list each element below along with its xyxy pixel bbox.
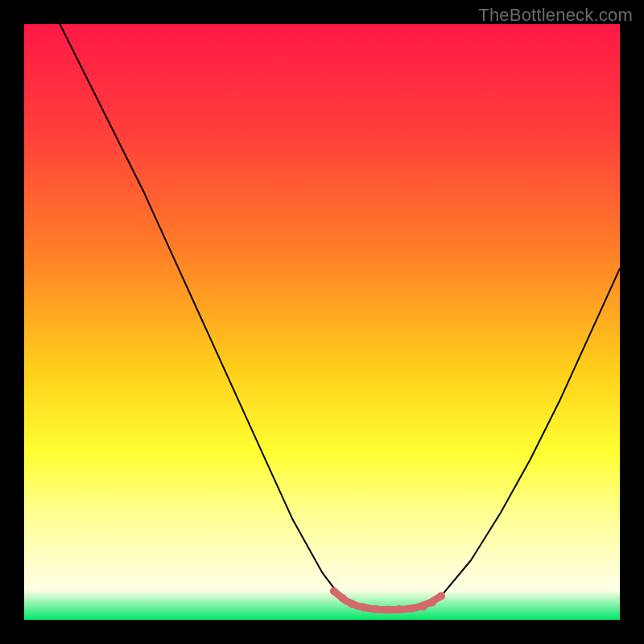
chart-frame: TheBottleneck.com xyxy=(0,0,644,644)
marker-point xyxy=(360,603,368,611)
marker-point xyxy=(348,600,356,608)
marker-point xyxy=(395,605,403,613)
plot-area xyxy=(24,24,620,620)
gradient-background xyxy=(24,24,620,620)
marker-point xyxy=(407,605,415,613)
watermark-text: TheBottleneck.com xyxy=(478,5,633,26)
marker-point xyxy=(437,592,445,600)
chart-svg xyxy=(24,24,620,620)
marker-point xyxy=(428,599,436,607)
marker-point xyxy=(330,587,338,595)
marker-point xyxy=(419,603,427,611)
marker-point xyxy=(372,605,380,613)
marker-point xyxy=(339,594,347,602)
marker-point xyxy=(383,605,391,613)
